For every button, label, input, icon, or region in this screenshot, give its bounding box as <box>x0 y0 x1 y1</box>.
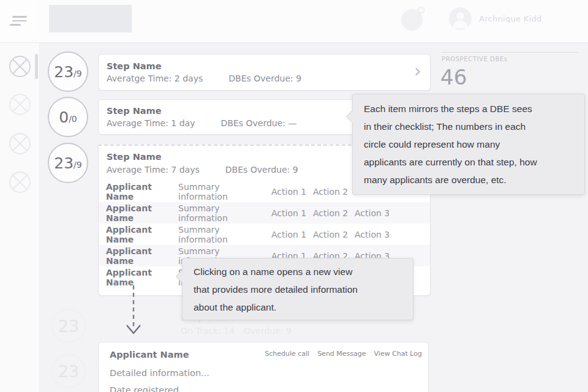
tooltip-steps-annotation: Each item mirrors the steps a DBE sees i… <box>352 94 585 195</box>
menu-button[interactable] <box>0 0 39 39</box>
applicant-row[interactable]: Applicant Name Summary information Actio… <box>99 224 430 245</box>
applicant-action-3[interactable]: Action 3 <box>355 230 396 239</box>
applicant-name-link[interactable]: Applicant Name <box>106 268 178 287</box>
step-overdue-faded: Overdue: 9 <box>244 326 292 336</box>
applicant-name[interactable]: Applicant Name <box>110 350 189 360</box>
step-overdue-count: /9 <box>74 69 82 78</box>
notification-badge <box>418 7 424 13</box>
app-root: Archnique Kidd PROSPECTIVE DBEs 46 <box>0 0 588 392</box>
applicant-name-link[interactable]: Applicant Name <box>106 182 178 202</box>
applicant-detail-card: Applicant Name Schedule call Send Messag… <box>98 342 429 392</box>
applicant-name-link[interactable]: Applicant Name <box>106 246 178 266</box>
applicant-summary: Summary information <box>178 182 271 202</box>
step-overdue-label: DBEs Overdue: 9 <box>225 165 298 175</box>
applicant-summary: Summary information <box>178 225 271 244</box>
applicant-action-2[interactable]: Action 2 <box>313 208 355 218</box>
applicant-action-3[interactable]: Action 3 <box>355 208 396 218</box>
date-registered-text: Date registered... <box>110 385 187 392</box>
arrow-down-annotation <box>125 284 142 341</box>
step-count: 0 <box>59 108 69 126</box>
step-average-time: Averatge Time: 2 days <box>107 74 203 83</box>
notifications-button[interactable] <box>401 9 423 31</box>
applicant-summary: Summary information <box>178 203 271 223</box>
step-count-circle: 0/0 <box>48 97 88 137</box>
applicant-name-link[interactable]: Applicant Name <box>106 225 178 244</box>
prospective-dbes-count: 46 <box>440 65 467 89</box>
hamburger-icon <box>0 16 39 26</box>
step-title: Step Name <box>107 61 162 71</box>
step-count-circle: 23/9 <box>48 51 88 92</box>
step-average-time: Average Time: 1 day <box>107 118 195 128</box>
detailed-information-text: Detailed information... <box>110 368 209 378</box>
nav-placeholder-icon[interactable] <box>9 93 31 116</box>
nav-placeholder-icon[interactable] <box>9 55 31 78</box>
step-title: Step Name <box>107 106 162 116</box>
right-panel-divider <box>441 52 579 53</box>
step-on-track-faded: On Track: 14 <box>181 326 235 336</box>
schedule-call-link[interactable]: Schedule call <box>265 350 309 358</box>
chevron-right-icon[interactable]: › <box>414 62 421 80</box>
applicant-action-1[interactable]: Action 1 <box>271 230 313 239</box>
step-card[interactable]: Step Name Averatge Time: 2 days DBEs Ove… <box>98 54 431 91</box>
sidebar <box>0 43 40 392</box>
applicant-action-1[interactable]: Action 1 <box>271 208 313 218</box>
step-overdue-count: /0 <box>69 114 77 124</box>
step-average-time: Average Time: 7 days <box>107 165 200 175</box>
user-menu[interactable]: Archnique Kidd <box>449 7 542 30</box>
nav-placeholder-icon[interactable] <box>9 132 31 155</box>
step-count: 23 <box>58 362 79 381</box>
applicant-action-2[interactable]: Action 2 <box>313 230 355 239</box>
step-count: 23 <box>58 317 79 336</box>
view-chat-log-link[interactable]: View Chat Log <box>374 350 422 358</box>
avatar <box>449 7 472 30</box>
applicant-action-1[interactable]: Action 1 <box>271 187 313 197</box>
step-count-circle-faded: 23 <box>51 354 86 388</box>
applicant-row[interactable]: Applicant Name Summary information Actio… <box>99 202 430 224</box>
step-overdue-count: /9 <box>74 160 82 170</box>
active-nav-indicator <box>35 54 38 79</box>
step-count-circle: 23/9 <box>48 143 88 183</box>
person-icon <box>449 7 472 30</box>
send-message-link[interactable]: Send Message <box>317 350 366 358</box>
tooltip-name-click-annotation: Clicking on a name opens a new view that… <box>182 258 413 320</box>
user-name: Archnique Kidd <box>479 14 542 23</box>
step-count: 23 <box>54 154 74 172</box>
step-overdue-label: DBEs Overdue: 9 <box>228 74 301 83</box>
step-overdue-label: DBEs Overdue: — <box>221 118 296 128</box>
topbar: Archnique Kidd <box>0 0 588 43</box>
logo-placeholder <box>49 5 132 32</box>
applicant-action-2[interactable]: Action 2 <box>313 187 355 197</box>
step-count-circle-faded: 23 <box>51 309 86 343</box>
step-title: Step Name <box>107 152 162 162</box>
step-count: 23 <box>54 63 74 81</box>
nav-placeholder-icon[interactable] <box>9 171 31 194</box>
applicant-name-link[interactable]: Applicant Name <box>106 203 178 223</box>
prospective-dbes-label: PROSPECTIVE DBEs <box>442 56 508 62</box>
